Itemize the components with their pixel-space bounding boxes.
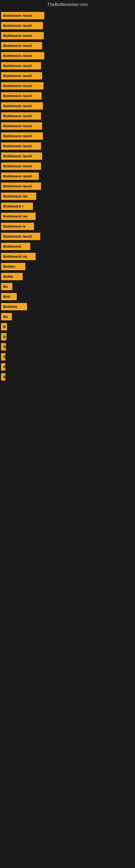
bottleneck-result-label: B xyxy=(1,373,5,380)
bottleneck-result-label: Bottleneck result xyxy=(1,32,44,39)
bottleneck-result-label: Bottleneck result xyxy=(1,173,39,180)
list-item: Bottleneck res xyxy=(1,253,134,261)
list-item: Bottleneck r xyxy=(1,203,134,211)
list-item: Bottlene xyxy=(1,303,134,311)
list-item: Bottleneck result xyxy=(1,52,134,61)
bottleneck-result-label: Bottleneck result xyxy=(1,233,40,240)
list-item: Bottleneck result xyxy=(1,62,134,70)
bottleneck-result-label: Bottleneck result xyxy=(1,92,42,99)
list-item: Bottlen xyxy=(1,263,134,271)
list-item: Bottleneck result xyxy=(1,122,134,131)
bottleneck-result-label: Bottleneck result xyxy=(1,152,42,160)
bottleneck-result-label: Bottleneck result xyxy=(1,22,43,29)
bottleneck-result-label: Bottleneck result xyxy=(1,102,43,110)
list-item: Bo xyxy=(1,283,134,291)
bottleneck-result-label: Bottleneck res xyxy=(1,253,36,260)
list-item: Bottleneck result xyxy=(1,92,134,101)
list-item: B xyxy=(1,363,134,372)
list-item: Bo xyxy=(1,313,134,321)
list-item: Bottleneck result xyxy=(1,102,134,111)
bottleneck-result-label: Bottleneck result xyxy=(1,132,43,140)
bottleneck-result-label: Bottleneck res xyxy=(1,213,36,220)
list-item: Bottleneck result xyxy=(1,82,134,91)
bottleneck-result-label: Bottlene xyxy=(1,303,27,310)
list-item: Bottleneck res xyxy=(1,213,134,221)
list-item: B xyxy=(1,353,134,362)
bottleneck-result-label: Bottleneck r xyxy=(1,203,33,210)
bottleneck-result-label: Bottleneck res xyxy=(1,193,36,200)
bottleneck-result-label: B xyxy=(1,333,6,340)
list-item: B xyxy=(1,333,134,341)
list-item: B xyxy=(1,343,134,351)
items-container: Bottleneck resultBottleneck resultBottle… xyxy=(0,9,135,384)
bottleneck-result-label: Bottleneck re xyxy=(1,223,34,230)
list-item: Bottleneck result xyxy=(1,152,134,161)
bottleneck-result-label: Bo xyxy=(1,313,12,320)
site-title: TheBottlenecker.com xyxy=(0,0,135,9)
list-item: Bottleneck result xyxy=(1,233,134,241)
list-item: Bottleneck result xyxy=(1,143,134,151)
bottleneck-result-label: Bottleneck result xyxy=(1,42,42,50)
bottleneck-result-label: Bottleneck result xyxy=(1,12,44,19)
bottleneck-result-label: B xyxy=(1,353,5,361)
bottleneck-result-label: Bottleneck result xyxy=(1,62,41,69)
list-item: B xyxy=(1,373,134,382)
bottleneck-result-label: Bott xyxy=(1,293,17,300)
list-item: Bottleneck result xyxy=(1,173,134,181)
list-item: Bottle xyxy=(1,273,134,281)
list-item: Bottleneck xyxy=(1,243,134,251)
bottleneck-result-label: Bo xyxy=(1,283,12,290)
bottleneck-result-label: B xyxy=(1,323,7,330)
bottleneck-result-label: Bottleneck result xyxy=(1,122,42,130)
list-item: Bottleneck result xyxy=(1,162,134,171)
list-item: Bottleneck res xyxy=(1,193,134,201)
bottleneck-result-label: Bottleneck xyxy=(1,243,30,250)
list-item: Bottleneck result xyxy=(1,12,134,20)
bottleneck-result-label: Bottleneck result xyxy=(1,183,41,190)
list-item: Bottleneck result xyxy=(1,72,134,81)
list-item: Bott xyxy=(1,293,134,301)
bottleneck-result-label: Bottle xyxy=(1,273,23,280)
list-item: Bottleneck result xyxy=(1,42,134,51)
list-item: Bottleneck re xyxy=(1,223,134,231)
list-item: Bottleneck result xyxy=(1,183,134,191)
bottleneck-result-label: Bottleneck result xyxy=(1,72,42,80)
bottleneck-result-label: Bottlen xyxy=(1,263,26,270)
list-item: Bottleneck result xyxy=(1,132,134,141)
list-item: Bottleneck result xyxy=(1,112,134,121)
list-item: B xyxy=(1,323,134,332)
list-item: Bottleneck result xyxy=(1,32,134,40)
bottleneck-result-label: Bottleneck result xyxy=(1,112,41,120)
bottleneck-result-label: Bottleneck result xyxy=(1,143,41,150)
bottleneck-result-label: B xyxy=(1,363,5,371)
bottleneck-result-label: Bottleneck result xyxy=(1,82,43,90)
bottleneck-result-label: Bottleneck result xyxy=(1,52,44,59)
bottleneck-result-label: Bottleneck result xyxy=(1,162,41,170)
list-item: Bottleneck result xyxy=(1,22,134,30)
bottleneck-result-label: B xyxy=(1,343,6,350)
